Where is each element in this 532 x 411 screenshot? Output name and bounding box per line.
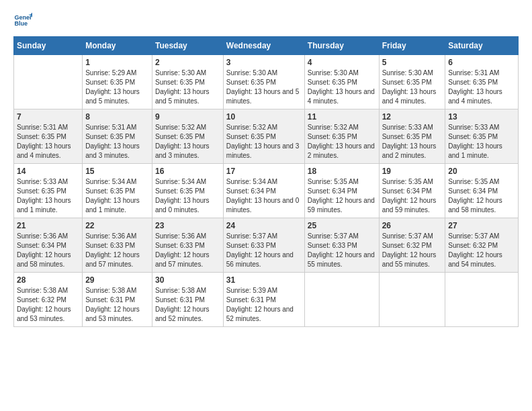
- day-info: Sunrise: 5:39 AM Sunset: 6:31 PM Dayligh…: [226, 286, 302, 324]
- day-number: 26: [382, 221, 443, 230]
- calendar-day-cell: [304, 273, 379, 327]
- calendar-day-cell: 21Sunrise: 5:36 AM Sunset: 6:34 PM Dayli…: [14, 218, 83, 273]
- calendar-header-row: SundayMondayTuesdayWednesdayThursdayFrid…: [14, 37, 519, 55]
- day-info: Sunrise: 5:32 AM Sunset: 6:35 PM Dayligh…: [155, 123, 220, 161]
- calendar-day-cell: 15Sunrise: 5:34 AM Sunset: 6:35 PM Dayli…: [83, 164, 152, 218]
- calendar-week-row: 1Sunrise: 5:29 AM Sunset: 6:35 PM Daylig…: [14, 55, 519, 109]
- calendar-day-cell: 20Sunrise: 5:35 AM Sunset: 6:34 PM Dayli…: [445, 164, 519, 218]
- day-info: Sunrise: 5:37 AM Sunset: 6:32 PM Dayligh…: [448, 232, 515, 269]
- calendar-header-day: Sunday: [14, 37, 83, 55]
- calendar-day-cell: 13Sunrise: 5:33 AM Sunset: 6:35 PM Dayli…: [445, 109, 519, 164]
- day-number: 6: [448, 58, 515, 67]
- calendar-day-cell: 1Sunrise: 5:29 AM Sunset: 6:35 PM Daylig…: [83, 55, 152, 109]
- day-info: Sunrise: 5:33 AM Sunset: 6:35 PM Dayligh…: [382, 123, 443, 161]
- calendar-day-cell: 19Sunrise: 5:35 AM Sunset: 6:34 PM Dayli…: [379, 164, 445, 218]
- calendar-day-cell: 12Sunrise: 5:33 AM Sunset: 6:35 PM Dayli…: [379, 109, 445, 164]
- day-info: Sunrise: 5:29 AM Sunset: 6:35 PM Dayligh…: [85, 68, 149, 106]
- calendar-day-cell: 6Sunrise: 5:31 AM Sunset: 6:35 PM Daylig…: [445, 55, 519, 109]
- day-info: Sunrise: 5:31 AM Sunset: 6:35 PM Dayligh…: [85, 123, 149, 161]
- calendar-day-cell: 18Sunrise: 5:35 AM Sunset: 6:34 PM Dayli…: [304, 164, 379, 218]
- day-number: 1: [85, 58, 149, 67]
- calendar-day-cell: 30Sunrise: 5:38 AM Sunset: 6:31 PM Dayli…: [152, 273, 224, 327]
- calendar-week-row: 21Sunrise: 5:36 AM Sunset: 6:34 PM Dayli…: [14, 218, 519, 273]
- calendar-header-day: Friday: [379, 37, 445, 55]
- calendar-day-cell: 23Sunrise: 5:36 AM Sunset: 6:33 PM Dayli…: [152, 218, 224, 273]
- day-number: 15: [85, 167, 149, 176]
- calendar-day-cell: 9Sunrise: 5:32 AM Sunset: 6:35 PM Daylig…: [152, 109, 224, 164]
- svg-text:Blue: Blue: [14, 20, 28, 27]
- calendar-day-cell: 11Sunrise: 5:32 AM Sunset: 6:35 PM Dayli…: [304, 109, 379, 164]
- day-info: Sunrise: 5:34 AM Sunset: 6:35 PM Dayligh…: [155, 177, 220, 215]
- day-number: 13: [448, 112, 515, 122]
- day-info: Sunrise: 5:34 AM Sunset: 6:34 PM Dayligh…: [226, 177, 302, 215]
- day-info: Sunrise: 5:30 AM Sunset: 6:35 PM Dayligh…: [226, 68, 302, 106]
- day-number: 18: [308, 167, 376, 176]
- day-info: Sunrise: 5:36 AM Sunset: 6:33 PM Dayligh…: [155, 232, 220, 269]
- day-info: Sunrise: 5:32 AM Sunset: 6:35 PM Dayligh…: [308, 123, 376, 161]
- calendar-day-cell: 25Sunrise: 5:37 AM Sunset: 6:33 PM Dayli…: [304, 218, 379, 273]
- day-number: 30: [155, 275, 220, 285]
- day-info: Sunrise: 5:36 AM Sunset: 6:34 PM Dayligh…: [17, 232, 79, 269]
- day-number: 17: [226, 167, 302, 176]
- calendar-header-day: Tuesday: [152, 37, 224, 55]
- day-number: 8: [85, 112, 149, 122]
- day-number: 21: [17, 221, 79, 230]
- calendar-day-cell: [445, 273, 519, 327]
- day-info: Sunrise: 5:30 AM Sunset: 6:35 PM Dayligh…: [155, 68, 220, 106]
- day-info: Sunrise: 5:31 AM Sunset: 6:35 PM Dayligh…: [448, 68, 515, 106]
- calendar-day-cell: 16Sunrise: 5:34 AM Sunset: 6:35 PM Dayli…: [152, 164, 224, 218]
- calendar-day-cell: 8Sunrise: 5:31 AM Sunset: 6:35 PM Daylig…: [83, 109, 152, 164]
- day-number: 3: [226, 58, 302, 67]
- calendar-day-cell: 26Sunrise: 5:37 AM Sunset: 6:32 PM Dayli…: [379, 218, 445, 273]
- day-info: Sunrise: 5:33 AM Sunset: 6:35 PM Dayligh…: [448, 123, 515, 161]
- day-number: 23: [155, 221, 220, 230]
- day-number: 29: [85, 275, 149, 285]
- calendar-header-day: Thursday: [304, 37, 379, 55]
- day-number: 22: [85, 221, 149, 230]
- logo-icon: General Blue: [13, 11, 32, 30]
- day-info: Sunrise: 5:37 AM Sunset: 6:33 PM Dayligh…: [226, 232, 302, 269]
- day-number: 24: [226, 221, 302, 230]
- day-info: Sunrise: 5:38 AM Sunset: 6:31 PM Dayligh…: [155, 286, 220, 324]
- day-info: Sunrise: 5:34 AM Sunset: 6:35 PM Dayligh…: [85, 177, 149, 215]
- logo: General Blue: [13, 11, 32, 30]
- day-number: 27: [448, 221, 515, 230]
- day-info: Sunrise: 5:37 AM Sunset: 6:33 PM Dayligh…: [308, 232, 376, 269]
- calendar-header-day: Saturday: [445, 37, 519, 55]
- calendar-table: SundayMondayTuesdayWednesdayThursdayFrid…: [13, 36, 519, 327]
- day-number: 9: [155, 112, 220, 122]
- day-info: Sunrise: 5:33 AM Sunset: 6:35 PM Dayligh…: [17, 177, 79, 215]
- day-info: Sunrise: 5:35 AM Sunset: 6:34 PM Dayligh…: [448, 177, 515, 215]
- day-number: 2: [155, 58, 220, 67]
- calendar-header-day: Wednesday: [223, 37, 304, 55]
- day-number: 5: [382, 58, 443, 67]
- calendar-week-row: 7Sunrise: 5:31 AM Sunset: 6:35 PM Daylig…: [14, 109, 519, 164]
- day-number: 10: [226, 112, 302, 122]
- calendar-day-cell: 3Sunrise: 5:30 AM Sunset: 6:35 PM Daylig…: [223, 55, 304, 109]
- day-number: 25: [308, 221, 376, 230]
- day-number: 11: [308, 112, 376, 122]
- calendar-header-day: Monday: [83, 37, 152, 55]
- day-number: 19: [382, 167, 443, 176]
- calendar-day-cell: 10Sunrise: 5:32 AM Sunset: 6:35 PM Dayli…: [223, 109, 304, 164]
- day-info: Sunrise: 5:38 AM Sunset: 6:32 PM Dayligh…: [17, 286, 79, 324]
- calendar-day-cell: [14, 55, 83, 109]
- calendar-day-cell: 4Sunrise: 5:30 AM Sunset: 6:35 PM Daylig…: [304, 55, 379, 109]
- day-number: 14: [17, 167, 79, 176]
- calendar-day-cell: 2Sunrise: 5:30 AM Sunset: 6:35 PM Daylig…: [152, 55, 224, 109]
- day-info: Sunrise: 5:32 AM Sunset: 6:35 PM Dayligh…: [226, 123, 302, 161]
- day-info: Sunrise: 5:35 AM Sunset: 6:34 PM Dayligh…: [308, 177, 376, 215]
- calendar-week-row: 28Sunrise: 5:38 AM Sunset: 6:32 PM Dayli…: [14, 273, 519, 327]
- day-info: Sunrise: 5:35 AM Sunset: 6:34 PM Dayligh…: [382, 177, 443, 215]
- day-info: Sunrise: 5:31 AM Sunset: 6:35 PM Dayligh…: [17, 123, 79, 161]
- calendar-day-cell: 17Sunrise: 5:34 AM Sunset: 6:34 PM Dayli…: [223, 164, 304, 218]
- calendar-day-cell: 7Sunrise: 5:31 AM Sunset: 6:35 PM Daylig…: [14, 109, 83, 164]
- calendar-day-cell: 27Sunrise: 5:37 AM Sunset: 6:32 PM Dayli…: [445, 218, 519, 273]
- day-info: Sunrise: 5:36 AM Sunset: 6:33 PM Dayligh…: [85, 232, 149, 269]
- calendar-day-cell: 22Sunrise: 5:36 AM Sunset: 6:33 PM Dayli…: [83, 218, 152, 273]
- calendar-day-cell: [379, 273, 445, 327]
- day-info: Sunrise: 5:38 AM Sunset: 6:31 PM Dayligh…: [85, 286, 149, 324]
- day-number: 12: [382, 112, 443, 122]
- calendar-week-row: 14Sunrise: 5:33 AM Sunset: 6:35 PM Dayli…: [14, 164, 519, 218]
- calendar-day-cell: 24Sunrise: 5:37 AM Sunset: 6:33 PM Dayli…: [223, 218, 304, 273]
